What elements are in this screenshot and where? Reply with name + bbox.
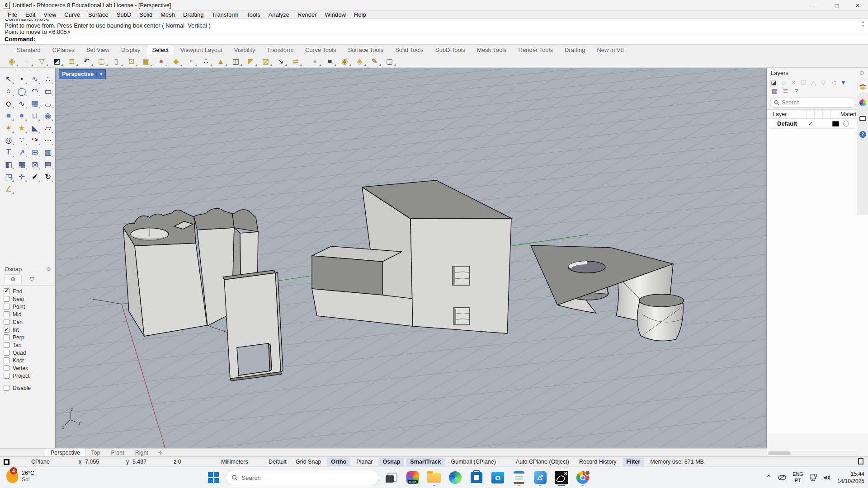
circle-tools-icon[interactable]: ◎ [2,134,15,146]
select-curves-icon[interactable]: ◌ [19,56,34,67]
network-icon[interactable] [809,474,817,481]
arc-blend-icon[interactable]: ↷ [28,134,41,146]
checkbox[interactable]: ✓ [4,288,9,294]
copilot-m365-button[interactable]: M365 [404,469,422,487]
perspective-viewport[interactable]: z y x Perspective ▼ [55,68,767,448]
toolbar-tab[interactable]: Transform [261,45,299,55]
current-layer-check[interactable]: ✓ [802,120,820,127]
point-cloud-icon[interactable]: ∵ [15,134,28,146]
loft-icon[interactable]: ◡ [42,98,54,109]
select-flag-icon[interactable]: ◤ [243,56,258,67]
maximize-button[interactable]: ▢ [826,0,847,11]
toolbar-tab[interactable]: Solid Tools [389,45,429,55]
notepad-button[interactable] [510,469,528,487]
horizontal-scrollbar[interactable] [768,451,859,455]
weather-widget[interactable]: 4 26°C Sol [6,469,34,483]
explode-icon[interactable]: ✶ [2,122,15,134]
checkbox[interactable] [4,304,9,310]
move-up-icon[interactable]: △ [810,79,817,86]
checkbox[interactable] [4,334,9,340]
select-previous-icon[interactable]: ↶ [79,56,94,67]
view-tab[interactable]: Top [85,449,105,456]
clock[interactable]: 15:44 14/10/2025 [837,470,864,485]
pointer-icon[interactable]: ↖ [2,73,15,85]
duplicate-layer-icon[interactable]: ❐ [800,79,807,86]
view-tab[interactable]: Front [105,449,129,456]
status-toggle[interactable]: Filter [623,458,645,466]
viewport-canvas[interactable]: z y x [56,68,767,448]
gear-icon[interactable]: ⚙ [859,70,864,76]
chevron-down-icon[interactable]: ▼ [96,72,105,76]
panel-icon[interactable] [858,458,863,465]
toolbar-tab[interactable]: Mesh Tools [471,45,513,55]
palette-grip[interactable]: ∘ ∘ ∘ ∘ [0,68,55,73]
layer-name[interactable]: Default [767,120,802,127]
filter-dots-icon[interactable]: ◉ [337,56,352,67]
status-toggle[interactable]: Gumball (CPlane) [447,458,500,466]
command-scroll-arrows[interactable]: ▲▼ [861,20,865,28]
speaker-icon[interactable] [823,474,831,481]
filter-sphere-icon[interactable]: ● [307,56,322,67]
menu-item[interactable]: Render [293,11,321,18]
new-sublayer-icon[interactable]: ◇ [780,79,788,86]
outlook-button[interactable]: O [489,469,507,487]
checkbox[interactable] [4,319,9,325]
menu-item[interactable]: Mesh [156,11,179,18]
columns-icon[interactable]: ▤ [42,159,54,170]
checkbox[interactable] [4,311,9,317]
checkbox[interactable] [4,357,9,363]
checkbox[interactable]: ✓ [4,327,9,333]
osnap-option[interactable]: Tan [0,341,55,349]
status-field[interactable]: Millimeters [217,458,265,466]
menu-item[interactable]: Help [350,11,370,18]
angle-icon[interactable]: ∠ [2,183,15,195]
move-left-icon[interactable]: ◁ [830,79,837,86]
minimize-button[interactable]: — [806,0,826,11]
status-toggle[interactable]: Grid Snap [292,458,325,466]
command-prompt[interactable]: Command: [5,36,35,42]
toolbar-tab[interactable]: Display [115,45,146,55]
osnap-option[interactable]: Quad [0,349,55,357]
tray-chevron-icon[interactable]: ⌃ [766,474,772,482]
close-button[interactable]: ✕ [847,0,868,11]
toolbar-tab[interactable]: Render Tools [513,45,559,55]
toolbar-tab[interactable]: Visibility [228,45,261,55]
osnap-option[interactable]: Near [0,295,55,303]
ellipse-icon[interactable]: ◯ [15,85,28,97]
status-toggle[interactable]: Record History [575,458,621,466]
mesh-icon[interactable]: ▦ [15,159,28,170]
taskbar-search-input[interactable]: Search [226,470,379,485]
checkbox[interactable] [4,373,9,379]
invert-selection-icon[interactable]: ◩ [49,56,64,67]
filter-group-icon[interactable]: ◈ [352,56,367,67]
toolbar-tab[interactable]: Curve Tools [299,45,342,55]
rotate-icon[interactable]: ↻ [42,171,54,183]
start-button[interactable] [204,469,222,487]
select-split-icon[interactable]: ◫ [228,56,243,67]
text-icon[interactable]: T [2,146,15,158]
fillet-icon[interactable]: ◣ [28,122,41,134]
move-point-icon[interactable]: ↗ [15,146,28,158]
status-toggle[interactable]: Osnap [378,458,404,466]
filter-cube-icon[interactable]: ■ [322,56,337,67]
sphere-icon[interactable]: ● [15,110,28,122]
layer-color-swatch[interactable] [832,121,839,127]
layers-search-input[interactable]: Search [770,98,856,108]
menu-item[interactable]: Tools [242,11,264,18]
panel-with-hole-object[interactable] [223,270,283,381]
osnap-option[interactable]: Perp [0,333,55,341]
osnap-tab-snaps[interactable]: ⊕ [5,274,22,283]
status-toggle[interactable]: Auto CPlane (Object) [512,458,573,466]
tab-monitor[interactable] [858,114,868,123]
box-icon[interactable]: ■ [2,110,15,122]
select-swap-icon[interactable]: ⇄ [288,56,303,67]
select-box-icon[interactable]: ▢ [94,56,109,67]
check-icon[interactable]: ✔ [28,171,41,183]
distribute-icon[interactable]: ▥ [42,146,54,158]
point-icon[interactable]: • [15,73,28,85]
surface-icon[interactable]: ▦ [28,98,41,109]
accessibility-eye-icon[interactable] [778,474,787,481]
select-volume-icon[interactable]: ▣ [139,56,154,67]
toolbar-tab[interactable]: Drafting [559,45,591,55]
toolbar-tab[interactable]: Set View [80,45,115,55]
